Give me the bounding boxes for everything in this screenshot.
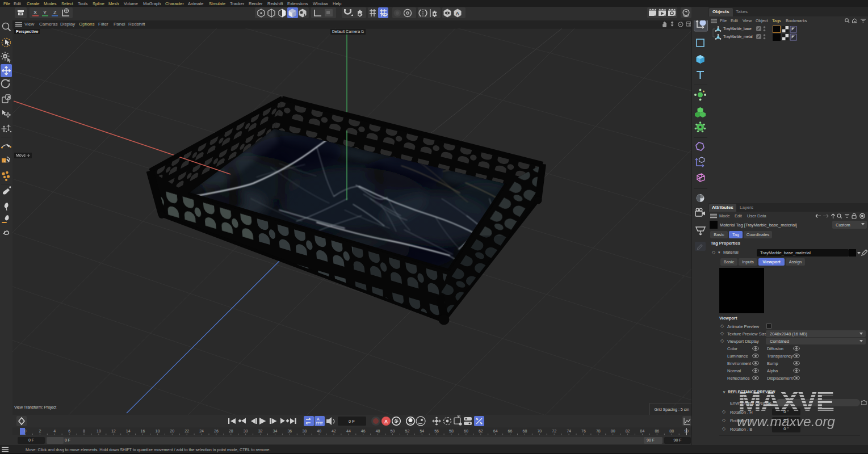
svg-text:www.maxve.org: www.maxve.org	[737, 414, 835, 429]
svg-text:MAXVE: MAXVE	[738, 386, 834, 417]
svg-text:X: X	[33, 10, 37, 15]
svg-text:0 F: 0 F	[349, 419, 355, 424]
svg-text:A: A	[456, 11, 460, 16]
svg-text:A: A	[384, 419, 388, 424]
svg-text:Y: Y	[43, 10, 47, 15]
svg-text:A: A	[317, 417, 320, 421]
svg-text:Z: Z	[53, 10, 57, 15]
